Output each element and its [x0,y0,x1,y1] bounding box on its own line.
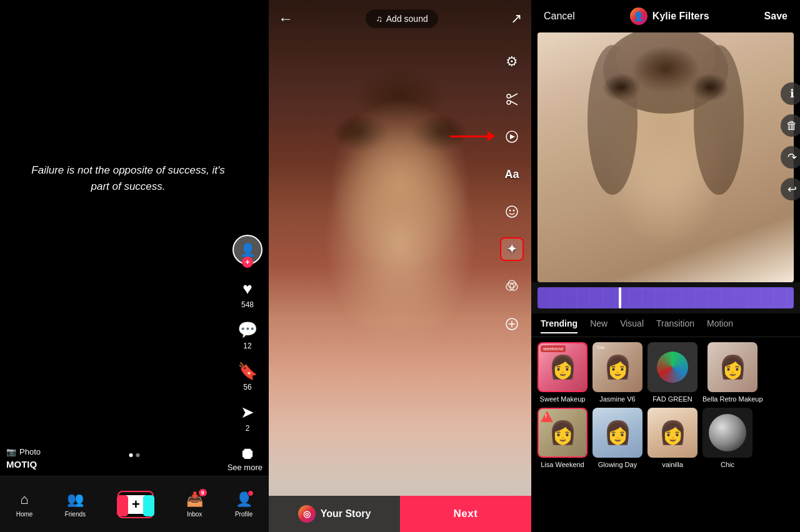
play-tool[interactable] [500,125,524,149]
add-icon [505,317,519,331]
weekend-tag: weekend [541,345,566,352]
vainilla-label: vainilla [662,461,683,468]
effects-tool[interactable]: ✦ [500,237,524,261]
cancel-button[interactable]: Cancel [544,11,575,22]
save-button[interactable]: Save [764,11,788,22]
nav-home[interactable]: ⌂ Home [16,491,33,518]
svg-marker-5 [510,134,515,139]
filter-item-fad-green[interactable]: FAD GREEN [648,342,698,403]
filter-row-2: 👩 Lisa Weekend 👩 Glowing Day 👩 vainilla [538,408,794,468]
filter-thumb-chic [702,408,752,458]
filter-tool[interactable] [500,275,524,298]
share-icon: ➤ [241,403,254,422]
tab-new[interactable]: New [590,318,608,333]
lisa-label: Lisa Weekend [541,461,584,468]
tab-trending[interactable]: Trending [541,318,578,333]
forward-button[interactable]: ↗ [511,11,522,27]
share-count: 2 [246,424,250,433]
more-button[interactable]: ⏺ [239,444,256,463]
comment-icon: 💬 [238,320,258,340]
bookmark-button[interactable]: 🔖 56 [238,362,258,392]
filter-thumb-fad-green [648,342,698,392]
nav-friends[interactable]: 👥 Friends [65,491,86,518]
your-story-button[interactable]: ◎ Your Story [269,496,400,532]
svg-point-11 [508,280,516,288]
play-icon [505,130,519,144]
side-controls: ℹ 🗑 ↷ ↩ [781,82,800,200]
filter-thumb-jasmine: 👩 Giri [592,342,642,392]
filter-item-glowing[interactable]: 👩 Glowing Day [592,408,642,468]
text-icon: Aa [504,168,519,181]
dot-2 [136,453,140,457]
right-tool-panel: ⚙ Aa ✦ [500,50,524,336]
filter-header: Cancel 👤 Kylie Filters Save [531,0,800,32]
svg-line-2 [511,94,518,97]
info-button[interactable]: ℹ [781,82,800,105]
quote-text: Failure is not the opposite of success, … [25,162,231,194]
tab-visual[interactable]: Visual [620,318,644,333]
chic-preview [702,408,752,458]
see-more-button[interactable]: See more [228,463,262,472]
sparkle-icon: ✦ [506,241,518,257]
sticker-icon [505,205,519,219]
svg-point-7 [509,210,511,212]
hair-overlay [538,32,794,282]
left-feed-panel: Failure is not the opposite of success, … [0,0,269,532]
jasmine-label: Jasmine V6 [599,395,635,403]
bella-label: Bella Retro Makeup [702,395,763,403]
filter-item-vainilla[interactable]: 👩 vainilla [648,408,698,468]
fad-green-preview [648,342,698,392]
filter-circles-icon [505,280,519,293]
nav-profile[interactable]: 👤 Profile [235,491,252,518]
filter-item-jasmine[interactable]: 👩 Giri Jasmine V6 [592,342,642,403]
add-button[interactable]: + [121,494,151,515]
timeline-handle[interactable] [619,287,621,308]
heart-icon: ♥ [242,279,252,298]
filter-item-sweet-makeup[interactable]: 👩 weekend Sweet Makeup [538,342,588,403]
sticker-tool[interactable] [500,200,524,224]
filter-thumb-vainilla: 👩 [648,408,698,458]
filter-tabs: Trending New Visual Transition Motion [531,313,800,337]
share-button[interactable]: ➤ 2 [241,403,254,433]
svg-point-8 [513,210,515,212]
back-button[interactable]: ← [278,10,293,27]
tab-motion[interactable]: Motion [707,318,733,333]
filter-item-lisa[interactable]: 👩 Lisa Weekend [538,408,588,468]
portrait-overlay [269,0,531,532]
your-story-label: Your Story [321,508,371,520]
timeline-track[interactable] [538,287,794,308]
like-button[interactable]: ♥ 548 [241,279,254,309]
giri-tag: Giri [594,344,607,351]
avatar-container[interactable]: 👤 + [232,235,262,265]
bookmark-icon: 🔖 [238,362,258,381]
glowing-label: Glowing Day [598,461,637,468]
settings-tool[interactable]: ⚙ [500,50,524,74]
friends-icon: 👥 [67,491,84,508]
fad-green-label: FAD GREEN [652,395,692,403]
bottom-action-bar: ◎ Your Story Next [269,496,531,532]
nav-add[interactable]: + [118,491,154,518]
video-info: 📷 Photo MOTIQ [6,447,41,470]
chic-sphere [709,414,746,451]
filter-item-chic[interactable]: Chic [702,408,752,468]
filter-thumb-bella: 👩 [708,342,758,392]
add-sound-button[interactable]: ♫ Add sound [366,9,438,28]
scissors-tool[interactable] [500,87,524,111]
follow-plus[interactable]: + [242,257,253,268]
music-icon: ♫ [376,14,382,24]
text-tool[interactable]: Aa [500,162,524,186]
filter-item-bella[interactable]: 👩 Bella Retro Makeup [702,342,763,403]
bookmark-count: 56 [243,383,251,392]
bella-preview: 👩 [708,342,758,392]
redo-button[interactable]: ↷ [781,146,800,169]
add-element-tool[interactable] [500,312,524,336]
fad-green-circle [657,352,688,383]
tab-transition[interactable]: Transition [656,318,694,333]
undo-button[interactable]: ↩ [781,178,800,200]
next-button[interactable]: Next [400,496,531,532]
profile-active-dot [248,490,254,496]
home-label: Home [16,511,33,518]
comment-button[interactable]: 💬 12 [238,320,258,350]
nav-inbox[interactable]: 📥 9 Inbox [186,491,203,518]
delete-button[interactable]: 🗑 [781,114,800,137]
